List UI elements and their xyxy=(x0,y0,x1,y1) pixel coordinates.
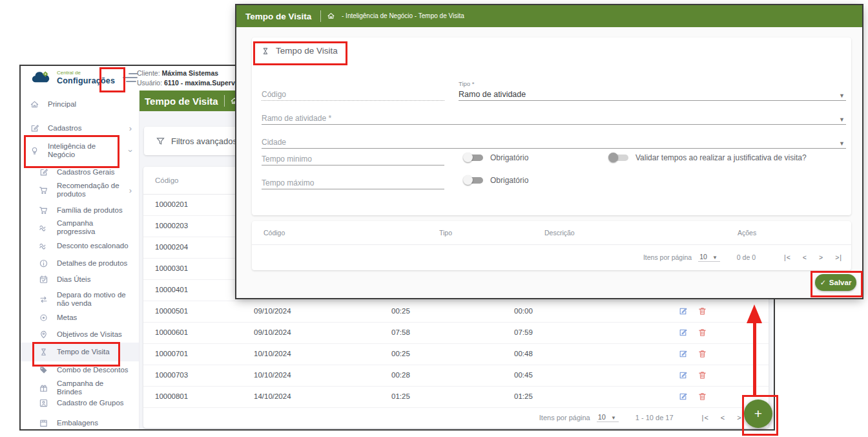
lightbulb-icon xyxy=(30,146,39,156)
tipo-select[interactable]: Tipo * Ramo de atividade ▼ xyxy=(459,88,846,101)
sidebar-item-dias-uteis[interactable]: Dias Úteis xyxy=(21,271,139,288)
table-row[interactable]: 10000801 14/10/2024 01:25 01:25 xyxy=(143,386,769,408)
cidade-select[interactable]: Cidade ▼ xyxy=(262,136,846,149)
add-button[interactable]: + xyxy=(744,400,772,428)
next-page-button[interactable]: > xyxy=(819,253,823,261)
items-per-page-label: Itens por página xyxy=(539,414,590,421)
tag-icon xyxy=(39,365,48,375)
logo-text-small: Central de xyxy=(57,70,115,76)
ramo-de-atividade-select[interactable]: Ramo de atividade * ▼ xyxy=(262,112,846,125)
prev-page-button[interactable]: < xyxy=(803,253,807,261)
tempo-maximo-field[interactable]: Tempo máximo xyxy=(262,176,444,189)
cliente-label: Cliente: xyxy=(137,69,160,77)
usuario-label: Usuário: xyxy=(137,79,162,87)
trend-wave-icon xyxy=(39,241,48,251)
delete-icon[interactable] xyxy=(698,306,707,316)
tempo-minimo-field[interactable]: Tempo minimo xyxy=(262,153,444,165)
page-size-select[interactable]: 10▼ xyxy=(698,253,720,262)
dialog-title-bar: Tempo de Visita - Inteligência de Negóci… xyxy=(236,5,862,27)
sidebar-item-combo-de-descontos[interactable]: Combo de Descontos xyxy=(21,361,139,378)
sidebar-item-cadastro-de-grupos[interactable]: Cadastro de Grupos xyxy=(21,394,139,411)
delete-icon[interactable] xyxy=(698,392,707,401)
check-icon: ✓ xyxy=(820,279,826,287)
dialog-items-table: Código Tipo Descrição Ações Itens por pá… xyxy=(252,221,851,270)
edit-icon[interactable] xyxy=(678,392,688,401)
chevron-down-icon: › xyxy=(126,149,134,152)
column-header-codigo: Código xyxy=(155,167,178,194)
sidebar-item-detalhes-de-produtos[interactable]: Detalhes de produtos xyxy=(21,255,139,272)
table-row[interactable]: 10000701 10/10/2024 00:25 00:48 xyxy=(143,343,769,365)
app-logo: Central de Configurações xyxy=(30,69,115,86)
sidebar: Principal Cadastros › Inteligência de Ne… xyxy=(21,91,140,429)
dropdown-caret-icon: ▼ xyxy=(611,415,616,421)
next-page-button[interactable]: > xyxy=(737,414,741,421)
table-row[interactable]: 10000703 10/10/2024 00:28 00:45 xyxy=(143,365,769,387)
delete-icon[interactable] xyxy=(698,370,707,380)
sidebar-item-embalagens[interactable]: Embalagens xyxy=(21,414,139,429)
column-header-acoes: Ações xyxy=(738,221,756,244)
dropdown-caret-icon: ▼ xyxy=(839,116,845,123)
edit-icon[interactable] xyxy=(678,370,688,380)
sidebar-item-tempo-de-visita[interactable]: Tempo de Visita xyxy=(21,343,139,361)
first-page-button[interactable]: |< xyxy=(702,414,709,421)
logo-text-main: Configurações xyxy=(57,77,115,85)
dialog-paginator: Itens por página 10▼ 0 de 0 |< < > >| xyxy=(252,244,842,270)
cloud-logo-icon xyxy=(30,69,53,86)
save-button[interactable]: ✓ Salvar xyxy=(815,274,856,291)
validar-tempos-toggle[interactable] xyxy=(608,153,628,162)
annotation-arrow-head xyxy=(747,304,762,323)
sidebar-item-depara-motivo-nao-venda[interactable]: Depara do motivo de não venda xyxy=(21,287,139,312)
page-range-label: 0 de 0 xyxy=(737,253,756,261)
titlebar-divider xyxy=(224,95,225,107)
sidebar-item-desconto-escalonado[interactable]: Desconto escalonado xyxy=(21,237,139,254)
calendar-check-icon xyxy=(39,275,48,284)
home-icon[interactable] xyxy=(327,12,335,20)
column-header-descricao: Descrição xyxy=(544,221,575,244)
edit-icon[interactable] xyxy=(678,328,688,337)
edit-icon[interactable] xyxy=(678,306,688,316)
column-header-codigo: Código xyxy=(264,221,285,244)
sidebar-item-familia-de-produtos[interactable]: Família de produtos xyxy=(21,202,139,218)
map-pin-icon xyxy=(39,330,48,339)
table-paginator: Itens por página 10▼ 1 - 10 de 17 |< < >… xyxy=(143,407,761,428)
sidebar-item-objetivos-de-visitas[interactable]: Objetivos de Visitas xyxy=(21,326,139,343)
sidebar-item-principal[interactable]: Principal xyxy=(21,96,139,112)
last-page-button[interactable]: >| xyxy=(835,253,842,261)
table-row[interactable]: 10000601 09/10/2024 07:58 07:59 xyxy=(143,322,769,344)
delete-icon[interactable] xyxy=(698,349,707,359)
codigo-field[interactable]: Código xyxy=(262,88,444,101)
swap-arrows-icon xyxy=(39,295,48,304)
obrigatorio-min-label: Obrigatório xyxy=(490,153,528,162)
first-page-button[interactable]: |< xyxy=(784,253,791,261)
edit-icon xyxy=(39,167,48,177)
obrigatorio-max-label: Obrigatório xyxy=(490,176,528,185)
sidebar-item-recomendacao-de-produtos[interactable]: Recomendação de produtos › xyxy=(21,178,139,202)
hourglass-icon xyxy=(261,47,270,56)
page-range-label: 1 - 10 de 17 xyxy=(636,414,674,421)
session-info: Cliente: Máxima Sistemas Usuário: 6110 -… xyxy=(137,69,236,88)
titlebar-divider xyxy=(320,10,321,22)
chevron-right-icon: › xyxy=(129,124,132,133)
prev-page-button[interactable]: < xyxy=(721,414,725,421)
obrigatorio-min-toggle[interactable] xyxy=(463,153,483,162)
sidebar-item-cadastros[interactable]: Cadastros › xyxy=(21,120,139,136)
sidebar-item-campanha-progressiva[interactable]: Campanha progressiva xyxy=(21,219,139,236)
tempo-de-visita-form: Tempo de Visita Código Tipo * Ramo de at… xyxy=(252,37,851,215)
delete-icon[interactable] xyxy=(698,328,707,337)
breadcrumb: - Inteligência de Negócio - Tempo de Vis… xyxy=(342,12,464,19)
sidebar-item-metas[interactable]: Metas xyxy=(21,309,139,326)
cart-icon xyxy=(39,206,48,215)
table-row[interactable]: 10000501 09/10/2024 00:25 00:00 xyxy=(143,301,769,323)
trend-wave-icon xyxy=(39,223,48,233)
cart-icon xyxy=(39,186,48,195)
funnel-icon xyxy=(156,136,165,146)
page-size-select[interactable]: 10▼ xyxy=(597,413,619,422)
package-icon xyxy=(39,418,48,428)
gift-icon xyxy=(39,383,48,393)
target-icon xyxy=(39,313,48,323)
sidebar-item-inteligencia-de-negocio[interactable]: Inteligência de Negócio › xyxy=(21,137,139,164)
obrigatorio-max-toggle[interactable] xyxy=(463,175,483,185)
column-header-tipo: Tipo xyxy=(439,221,452,244)
edit-icon[interactable] xyxy=(678,349,688,359)
dialog-title: Tempo de Visita xyxy=(245,12,311,21)
